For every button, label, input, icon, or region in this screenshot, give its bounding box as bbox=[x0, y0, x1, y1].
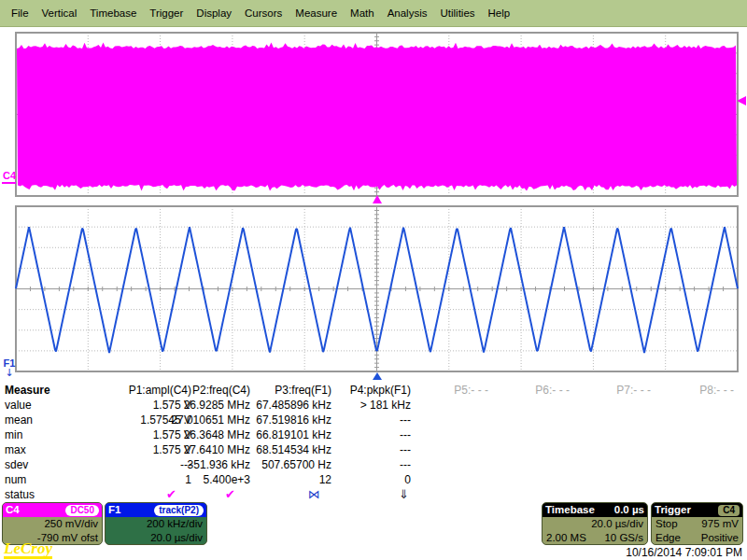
measure-title: Measure bbox=[5, 383, 50, 398]
measure-row-label-min: min bbox=[5, 427, 50, 442]
measure-row-label-status: status bbox=[5, 487, 50, 502]
f1-channel-label[interactable]: F1 ↓ bbox=[3, 358, 16, 378]
measure-column-p3: P3:freq(F1) 67.485896 kHz 67.519816 kHz … bbox=[256, 383, 331, 502]
f1-scale: 200 kHz/div bbox=[106, 517, 206, 531]
f1-descriptor-header: F1 track(P2) bbox=[106, 503, 206, 517]
measure-header-p5[interactable]: P5:- - - bbox=[454, 383, 488, 398]
clock: 10/16/2014 7:09:01 PM bbox=[626, 546, 742, 559]
measure-header-p7[interactable]: P7:- - - bbox=[616, 383, 651, 398]
measure-column-p7: P7:- - - bbox=[616, 383, 651, 398]
trigger-type: Edge bbox=[655, 531, 681, 545]
measure-cell: 66.819101 kHz bbox=[256, 427, 331, 442]
measure-cell: 26.9285 MHz bbox=[171, 398, 250, 413]
trigger-title: Trigger bbox=[655, 503, 691, 517]
measure-cell: --- bbox=[350, 442, 411, 457]
measure-cell: > 181 kHz bbox=[350, 398, 411, 413]
measure-cell: 507.65700 Hz bbox=[256, 457, 331, 472]
measure-row-label-num: num bbox=[5, 472, 50, 487]
f1-descriptor-box[interactable]: F1 track(P2) 200 kHz/div 20.0 µs/div bbox=[105, 502, 207, 545]
timebase-title: Timebase bbox=[545, 503, 595, 517]
measure-row-label-value: value bbox=[5, 398, 50, 413]
measure-header-p6[interactable]: P6:- - - bbox=[535, 383, 570, 398]
measure-header-p8[interactable]: P8:- - - bbox=[699, 383, 734, 398]
measure-cell: 68.514534 kHz bbox=[256, 442, 331, 457]
measure-cell: --- bbox=[350, 427, 411, 442]
measure-cell: 351.936 kHz bbox=[171, 457, 250, 472]
status-icon-p2-check: ✔ bbox=[225, 487, 235, 501]
measure-column-p2: P2:freq(C4) 26.9285 MHz 27.010651 MHz 26… bbox=[171, 383, 250, 502]
measure-cell: 27.6410 MHz bbox=[171, 442, 250, 457]
trigger-source-badge[interactable]: C4 bbox=[718, 505, 740, 516]
measure-cell: 67.485896 kHz bbox=[256, 398, 331, 413]
c4-trace bbox=[17, 43, 737, 191]
trigger-mode: Stop bbox=[655, 517, 678, 531]
c4-channel-label[interactable]: C4 bbox=[3, 171, 16, 180]
measure-column-p5: P5:- - - bbox=[454, 383, 488, 398]
f1-position-marker[interactable] bbox=[373, 372, 382, 380]
f1-offset-arrow-icon: ↓ bbox=[5, 367, 13, 379]
measure-cell: 0 bbox=[350, 472, 411, 487]
lecroy-logo: LeCroy bbox=[4, 541, 52, 559]
measure-column-p4: P4:pkpk(F1) > 181 kHz --- --- --- --- 0 … bbox=[350, 383, 411, 502]
measure-cell: --- bbox=[350, 413, 411, 427]
measure-row-label-sdev: sdev bbox=[5, 457, 50, 472]
trigger-level: 975 mV bbox=[701, 517, 739, 531]
measure-header-p4[interactable]: P4:pkpk(F1) bbox=[350, 383, 411, 398]
timebase-descriptor-box[interactable]: Timebase 0.0 µs 20.0 µs/div 2.00 MS 10 G… bbox=[542, 502, 648, 545]
measure-cell: 5.400e+3 bbox=[171, 472, 250, 487]
f1-function-badge[interactable]: track(P2) bbox=[154, 505, 204, 516]
measure-header-p2[interactable]: P2:freq(C4) bbox=[171, 383, 250, 398]
c4-coupling-badge[interactable]: DC50 bbox=[65, 505, 99, 516]
timebase-samples: 2.00 MS bbox=[546, 531, 586, 545]
trigger-descriptor-header: Trigger C4 bbox=[652, 503, 742, 517]
measure-cell: 67.519816 kHz bbox=[256, 413, 331, 427]
c4-descriptor-title: C4 bbox=[6, 503, 20, 517]
measure-row-labels: Measure value mean min max sdev num stat… bbox=[5, 383, 50, 502]
measure-cell: --- bbox=[350, 457, 411, 472]
f1-descriptor-title: F1 bbox=[108, 503, 120, 517]
timebase-descriptor-header: Timebase 0.0 µs bbox=[543, 503, 647, 517]
measure-cell: 12 bbox=[256, 472, 331, 487]
measure-row-label-mean: mean bbox=[5, 413, 50, 427]
c4-descriptor-header: C4 DC50 bbox=[3, 503, 102, 517]
status-icon-p3-warning: ⋈ bbox=[308, 487, 320, 501]
f1-timebase: 20.0 µs/div bbox=[106, 531, 206, 545]
measure-cell: 26.3648 MHz bbox=[171, 427, 250, 442]
measure-column-p8: P8:- - - bbox=[699, 383, 734, 398]
timebase-delay: 0.0 µs bbox=[614, 503, 644, 517]
status-icon-p4-downarrow: ⇓ bbox=[399, 487, 409, 501]
measure-column-p6: P6:- - - bbox=[535, 383, 570, 398]
c4-scale: 250 mV/div bbox=[3, 517, 102, 531]
trigger-slope: Positive bbox=[701, 531, 739, 545]
timebase-scale: 20.0 µs/div bbox=[543, 517, 647, 531]
timebase-samplerate: 10 GS/s bbox=[604, 531, 643, 545]
oscilloscope-screen: File Vertical Timebase Trigger Display C… bbox=[0, 0, 747, 560]
trigger-descriptor-box[interactable]: Trigger C4 Stop 975 mV Edge Positive bbox=[651, 502, 743, 545]
measure-row-label-max: max bbox=[5, 442, 50, 457]
measure-header-p3[interactable]: P3:freq(F1) bbox=[256, 383, 331, 398]
measure-cell: 27.010651 MHz bbox=[171, 413, 250, 427]
